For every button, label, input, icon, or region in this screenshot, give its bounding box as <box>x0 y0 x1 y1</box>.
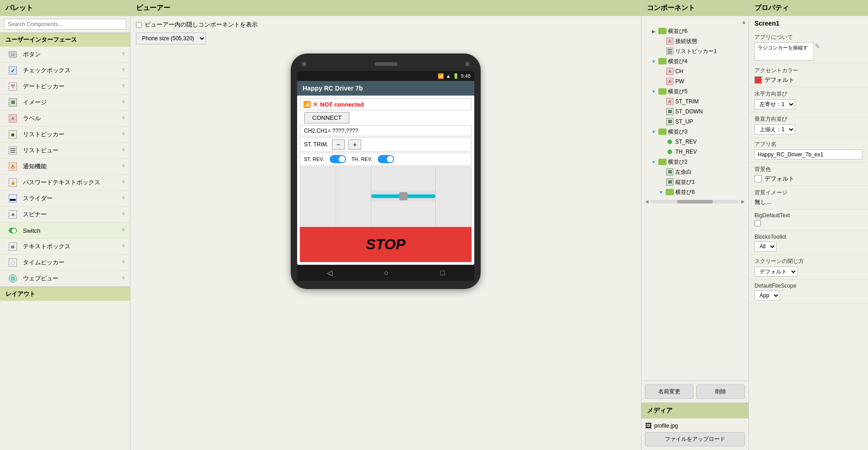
tree-item-ch[interactable]: A CH <box>641 66 749 76</box>
passwordtextbox-icon: 🔒 <box>7 177 18 188</box>
expand-icon[interactable]: ▼ <box>651 88 657 95</box>
palette-item-spinner[interactable]: ⊞ スピナー ? <box>0 207 130 223</box>
trim-minus-button[interactable]: − <box>332 139 345 150</box>
tree-item-stup[interactable]: 🖼 ST_UP <box>641 117 749 127</box>
palette-item-label: ウェブビュー <box>23 274 122 283</box>
tree-label-stdown: ST_DOWN <box>675 108 703 115</box>
connection-status-text: NOT connected <box>320 101 364 108</box>
prop-appname-group: アプリ名 <box>749 138 868 163</box>
prop-bigdefaulttext-label: BigDefaultText <box>754 212 863 219</box>
home-button[interactable]: ○ <box>384 269 389 277</box>
edit-icon[interactable]: ✎ <box>815 43 820 50</box>
palette-item-label: チェックボックス <box>23 66 122 75</box>
tree-item-yokonarabi2[interactable]: ▼ 横並び2 <box>641 157 749 167</box>
tree-item-strev[interactable]: ST_REV <box>641 137 749 147</box>
hidden-components-checkbox[interactable] <box>136 22 142 28</box>
stop-button[interactable]: STOP <box>300 227 472 262</box>
palette-item-datepicker[interactable]: 📅 デートピッカー ? <box>0 79 130 95</box>
hidden-components-row: ビューアー内の隠しコンポーネントを表示 <box>136 21 635 29</box>
tree-item-yokonarabi5[interactable]: ▼ 横並び5 <box>641 86 749 96</box>
phone-size-select[interactable]: Phone size (505,320) <box>136 32 206 44</box>
prop-valign-group: 垂直方向並び 上揃え：1 <box>749 112 868 138</box>
th-rev-switch[interactable] <box>378 155 394 163</box>
trim-plus-button[interactable]: + <box>348 139 361 150</box>
ch-row: CH2,CH1= ????,???? <box>300 125 472 136</box>
properties-header: プロパティ <box>749 0 868 16</box>
bgcolor-swatch[interactable] <box>754 175 762 182</box>
scroll-up-icon[interactable]: ▲ <box>741 19 747 25</box>
recents-button[interactable]: □ <box>440 269 445 277</box>
back-button[interactable]: ◁ <box>327 268 332 277</box>
palette-item-passwordtextbox[interactable]: 🔒 パスワードテキストボックス ? <box>0 175 130 191</box>
scroll-right-icon[interactable]: ▶ <box>739 199 747 204</box>
palette-item-listview[interactable]: リストビュー ? <box>0 143 130 159</box>
tree-item-sttrim[interactable]: A ST_TRIM <box>641 96 749 107</box>
prop-screenclose-label: スクリーンの閉じ方 <box>754 257 863 265</box>
prop-bgcolor-value: デフォルト <box>765 175 794 183</box>
expand-icon[interactable]: ▼ <box>651 129 657 135</box>
search-input[interactable] <box>4 19 126 30</box>
spinner-icon: ⊞ <box>7 209 18 220</box>
palette-item-listpicker[interactable]: ▦ リストピッカー ? <box>0 127 130 143</box>
expand-icon[interactable]: ▼ <box>651 58 657 64</box>
tree-item-yokonarabi6[interactable]: ▶ 横並び6 <box>641 26 749 36</box>
prop-valign-select[interactable]: 上揃え：1 <box>754 124 795 134</box>
prop-blockstoolkit-label: BlocksToolkit <box>754 234 863 240</box>
phone-top-bar <box>297 62 474 71</box>
upload-button[interactable]: ファイルをアップロード <box>645 432 745 446</box>
phone-content: 📶 ✕ NOT connected CONNECT CH2,CH1= ????,… <box>297 96 474 265</box>
tree-label-setsuzokujotai: 接続状態 <box>675 38 697 45</box>
palette-item-checkbox[interactable]: ✓ チェックボックス ? <box>0 63 130 79</box>
tree-item-pw[interactable]: A PW <box>641 76 749 86</box>
palette-item-webview[interactable]: 🌐 ウェブビュー ? <box>0 271 130 287</box>
delete-button[interactable]: 削除 <box>696 385 745 399</box>
properties-title: プロパティ <box>754 4 789 11</box>
palette-item-slider[interactable]: ▬ スライダー ? <box>0 191 130 207</box>
palette-item-timepicker[interactable]: 🕐 タイムピッカー ? <box>0 255 130 271</box>
palette-item-switch[interactable]: Switch ? <box>0 223 130 239</box>
tree-item-listpicker1[interactable]: リストピッカー1 <box>641 46 749 56</box>
palette-item-label: ボタン <box>23 50 122 59</box>
scrollbar-track[interactable] <box>651 200 739 204</box>
palette-item-label[interactable]: A ラベル ? <box>0 111 130 127</box>
accentcolor-swatch[interactable] <box>754 76 762 84</box>
expand-icon[interactable]: ▼ <box>651 159 657 165</box>
prop-bigdefaulttext-checkbox[interactable] <box>754 220 761 226</box>
st-rev-switch[interactable] <box>330 155 346 163</box>
label-a-icon: A <box>666 97 674 106</box>
palette-item-image[interactable]: 🖼 イメージ ? <box>0 95 130 111</box>
prop-appname-input[interactable] <box>754 150 863 160</box>
palette-item-textbox[interactable]: ▤ テキストボックス ? <box>0 239 130 255</box>
tree-item-tatenarabi1[interactable]: 🖼 縦並び1 <box>641 177 749 187</box>
connect-button[interactable]: CONNECT <box>304 112 349 123</box>
tree-item-stdown[interactable]: 🖼 ST_DOWN <box>641 107 749 117</box>
listpicker-tree-icon <box>666 47 674 55</box>
prop-screenclose-select[interactable]: デフォルト <box>754 267 797 277</box>
scroll-left-icon[interactable]: ◀ <box>643 199 651 204</box>
prop-halign-select[interactable]: 左寄せ：1 <box>754 99 795 109</box>
st-rev-label: ST. REV. <box>304 156 324 162</box>
tree-item-yokonarabi8[interactable]: ▼ 横並び8 <box>641 187 749 197</box>
prop-about-group: アプリについて ラジコンカーを操縦す ✎ <box>749 31 868 64</box>
horizontal-slider[interactable] <box>371 191 435 201</box>
prop-filescope-select[interactable]: App <box>754 290 780 300</box>
tree-item-setsuzokujotai[interactable]: A 接続状態 <box>641 36 749 46</box>
palette-item-button[interactable]: □ ボタン ? <box>0 47 130 63</box>
prop-about-textarea[interactable]: ラジコンカーを操縦す <box>754 43 814 61</box>
palette-item-notifier[interactable]: ⚠ 通知機能 ? <box>0 159 130 175</box>
prop-blockstoolkit-select[interactable]: All <box>754 241 776 252</box>
tree-item-hidariyohaku[interactable]: 🖼 左余白 <box>641 167 749 177</box>
tree-item-yokonarabi3[interactable]: ▼ 横並び3 <box>641 127 749 137</box>
tree-label-yokonarabi6: 横並び6 <box>668 27 688 35</box>
expand-icon[interactable]: ▼ <box>658 189 664 195</box>
expand-icon[interactable]: ▶ <box>651 28 657 34</box>
tree-item-yokonarabi4[interactable]: ▼ 横並び4 <box>641 56 749 66</box>
image-icon: 🖼 <box>7 97 18 108</box>
tree-item-threv[interactable]: TH_REV <box>641 147 749 157</box>
label-a-icon: A <box>666 37 674 45</box>
tree-label-hidariyohaku: 左余白 <box>675 168 692 176</box>
rename-button[interactable]: 名前変更 <box>645 385 694 399</box>
phone-app-title: Happy RC Driver 7b <box>303 85 363 92</box>
tree-label-sttrim: ST_TRIM <box>675 98 699 105</box>
x-icon: ✕ <box>313 101 318 108</box>
